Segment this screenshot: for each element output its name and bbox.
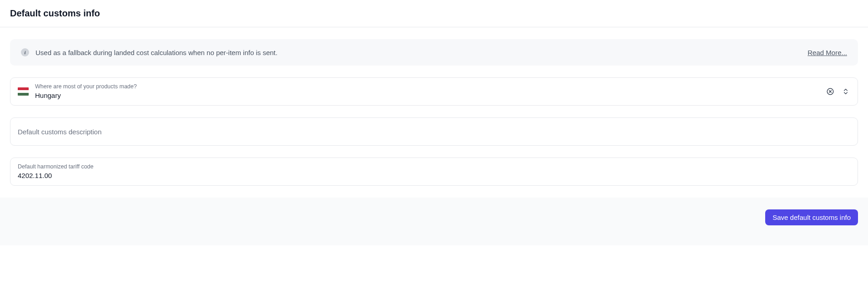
description-placeholder: Default customs description: [18, 128, 850, 136]
description-input-field[interactable]: Default customs description: [10, 117, 858, 146]
country-field-actions: [826, 87, 850, 96]
country-field-value: Hungary: [35, 91, 819, 100]
page-title: Default customs info: [10, 8, 858, 19]
tariff-field-body: Default harmonized tariff code 4202.11.0…: [18, 163, 850, 181]
info-icon: i: [21, 48, 29, 56]
select-chevrons-icon[interactable]: [841, 87, 850, 96]
country-field-label: Where are most of your products made?: [35, 83, 819, 91]
country-field-body: Where are most of your products made? Hu…: [35, 83, 819, 101]
content-area: i Used as a fallback during landed cost …: [0, 27, 868, 186]
tariff-input-field[interactable]: Default harmonized tariff code 4202.11.0…: [10, 158, 858, 186]
info-banner: i Used as a fallback during landed cost …: [10, 39, 858, 66]
read-more-link[interactable]: Read More...: [807, 49, 847, 56]
description-field-body: Default customs description: [18, 128, 850, 136]
tariff-field-label: Default harmonized tariff code: [18, 163, 850, 171]
footer-bar: Save default customs info: [0, 198, 868, 245]
page-header: Default customs info: [0, 0, 868, 27]
tariff-field-value: 4202.11.00: [18, 171, 850, 180]
clear-icon[interactable]: [826, 87, 835, 96]
flag-icon: [18, 87, 29, 96]
info-banner-left: i Used as a fallback during landed cost …: [21, 48, 278, 56]
info-banner-text: Used as a fallback during landed cost ca…: [35, 49, 278, 56]
country-select-field[interactable]: Where are most of your products made? Hu…: [10, 77, 858, 106]
save-button[interactable]: Save default customs info: [765, 209, 858, 225]
flag-stripe-bottom: [18, 93, 29, 96]
